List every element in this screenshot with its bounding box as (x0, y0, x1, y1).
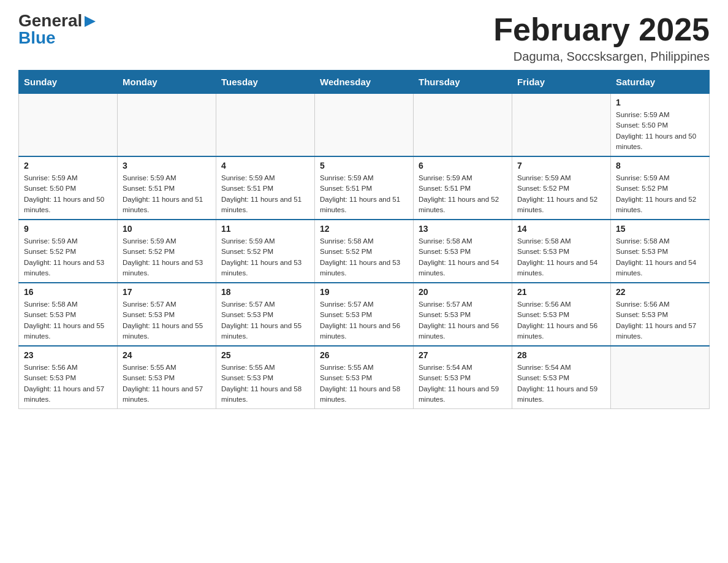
calendar-week-row: 2Sunrise: 5:59 AMSunset: 5:50 PMDaylight… (19, 156, 710, 220)
day-info: Sunrise: 5:58 AMSunset: 5:53 PMDaylight:… (616, 236, 704, 278)
day-info: Sunrise: 5:59 AMSunset: 5:51 PMDaylight:… (221, 173, 309, 215)
day-number: 19 (320, 287, 408, 297)
calendar-cell: 28Sunrise: 5:54 AMSunset: 5:53 PMDayligh… (512, 346, 611, 409)
calendar-header-row: SundayMondayTuesdayWednesdayThursdayFrid… (19, 71, 710, 94)
calendar-cell: 22Sunrise: 5:56 AMSunset: 5:53 PMDayligh… (611, 283, 710, 346)
day-info: Sunrise: 5:59 AMSunset: 5:52 PMDaylight:… (24, 236, 112, 278)
calendar-cell: 23Sunrise: 5:56 AMSunset: 5:53 PMDayligh… (19, 346, 118, 409)
column-header-wednesday: Wednesday (315, 71, 414, 94)
location-text: Daguma, Soccsksargen, Philippines (493, 50, 710, 64)
calendar-cell: 15Sunrise: 5:58 AMSunset: 5:53 PMDayligh… (611, 220, 710, 283)
calendar-cell: 19Sunrise: 5:57 AMSunset: 5:53 PMDayligh… (315, 283, 414, 346)
day-number: 2 (24, 161, 112, 170)
calendar-table: SundayMondayTuesdayWednesdayThursdayFrid… (18, 70, 710, 409)
column-header-tuesday: Tuesday (216, 71, 315, 94)
calendar-week-row: 23Sunrise: 5:56 AMSunset: 5:53 PMDayligh… (19, 346, 710, 409)
day-info: Sunrise: 5:59 AMSunset: 5:52 PMDaylight:… (517, 173, 605, 215)
day-info: Sunrise: 5:59 AMSunset: 5:51 PMDaylight:… (320, 173, 408, 215)
day-number: 10 (123, 224, 211, 234)
day-info: Sunrise: 5:57 AMSunset: 5:53 PMDaylight:… (320, 299, 408, 342)
day-info: Sunrise: 5:58 AMSunset: 5:53 PMDaylight:… (419, 236, 507, 278)
calendar-cell: 12Sunrise: 5:58 AMSunset: 5:52 PMDayligh… (315, 220, 414, 283)
day-info: Sunrise: 5:56 AMSunset: 5:53 PMDaylight:… (24, 362, 112, 405)
day-number: 11 (221, 224, 309, 234)
day-number: 1 (616, 98, 704, 107)
day-number: 12 (320, 224, 408, 234)
day-number: 9 (24, 224, 112, 234)
day-number: 13 (419, 224, 507, 234)
day-info: Sunrise: 5:59 AMSunset: 5:50 PMDaylight:… (616, 110, 704, 152)
calendar-week-row: 9Sunrise: 5:59 AMSunset: 5:52 PMDaylight… (19, 220, 710, 283)
day-info: Sunrise: 5:58 AMSunset: 5:53 PMDaylight:… (517, 236, 605, 278)
day-info: Sunrise: 5:54 AMSunset: 5:53 PMDaylight:… (419, 362, 507, 405)
calendar-cell: 21Sunrise: 5:56 AMSunset: 5:53 PMDayligh… (512, 283, 611, 346)
calendar-cell: 17Sunrise: 5:57 AMSunset: 5:53 PMDayligh… (118, 283, 216, 346)
calendar-week-row: 1Sunrise: 5:59 AMSunset: 5:50 PMDaylight… (19, 94, 710, 157)
day-info: Sunrise: 5:56 AMSunset: 5:53 PMDaylight:… (517, 299, 605, 342)
calendar-cell (315, 94, 414, 157)
column-header-saturday: Saturday (611, 71, 710, 94)
column-header-sunday: Sunday (19, 71, 118, 94)
calendar-cell: 5Sunrise: 5:59 AMSunset: 5:51 PMDaylight… (315, 156, 414, 220)
title-section: February 2025 Daguma, Soccsksargen, Phil… (493, 12, 710, 64)
column-header-friday: Friday (512, 71, 611, 94)
day-number: 14 (517, 224, 605, 234)
calendar-cell: 3Sunrise: 5:59 AMSunset: 5:51 PMDaylight… (118, 156, 216, 220)
calendar-cell (414, 94, 512, 157)
day-info: Sunrise: 5:57 AMSunset: 5:53 PMDaylight:… (419, 299, 507, 342)
day-info: Sunrise: 5:59 AMSunset: 5:52 PMDaylight:… (221, 236, 309, 278)
calendar-cell (118, 94, 216, 157)
logo-blue-text: Blue (18, 29, 56, 47)
calendar-cell: 11Sunrise: 5:59 AMSunset: 5:52 PMDayligh… (216, 220, 315, 283)
day-info: Sunrise: 5:55 AMSunset: 5:53 PMDaylight:… (320, 362, 408, 405)
day-info: Sunrise: 5:58 AMSunset: 5:52 PMDaylight:… (320, 236, 408, 278)
day-number: 28 (517, 350, 605, 360)
day-info: Sunrise: 5:59 AMSunset: 5:50 PMDaylight:… (24, 173, 112, 215)
day-number: 22 (616, 287, 704, 297)
calendar-cell: 16Sunrise: 5:58 AMSunset: 5:53 PMDayligh… (19, 283, 118, 346)
day-number: 15 (616, 224, 704, 234)
day-number: 26 (320, 350, 408, 360)
calendar-cell: 25Sunrise: 5:55 AMSunset: 5:53 PMDayligh… (216, 346, 315, 409)
day-number: 8 (616, 161, 704, 170)
calendar-cell (611, 346, 710, 409)
calendar-cell (216, 94, 315, 157)
day-number: 21 (517, 287, 605, 297)
day-number: 6 (419, 161, 507, 170)
calendar-cell (512, 94, 611, 157)
calendar-cell: 1Sunrise: 5:59 AMSunset: 5:50 PMDaylight… (611, 94, 710, 157)
column-header-monday: Monday (118, 71, 216, 94)
calendar-cell: 14Sunrise: 5:58 AMSunset: 5:53 PMDayligh… (512, 220, 611, 283)
day-number: 17 (123, 287, 211, 297)
calendar-cell: 8Sunrise: 5:59 AMSunset: 5:52 PMDaylight… (611, 156, 710, 220)
day-info: Sunrise: 5:59 AMSunset: 5:51 PMDaylight:… (123, 173, 211, 215)
month-title: February 2025 (493, 12, 710, 47)
calendar-cell: 26Sunrise: 5:55 AMSunset: 5:53 PMDayligh… (315, 346, 414, 409)
calendar-cell: 2Sunrise: 5:59 AMSunset: 5:50 PMDaylight… (19, 156, 118, 220)
day-number: 23 (24, 350, 112, 360)
calendar-cell: 18Sunrise: 5:57 AMSunset: 5:53 PMDayligh… (216, 283, 315, 346)
day-number: 27 (419, 350, 507, 360)
calendar-week-row: 16Sunrise: 5:58 AMSunset: 5:53 PMDayligh… (19, 283, 710, 346)
calendar-cell: 13Sunrise: 5:58 AMSunset: 5:53 PMDayligh… (414, 220, 512, 283)
day-number: 4 (221, 161, 309, 170)
day-info: Sunrise: 5:56 AMSunset: 5:53 PMDaylight:… (616, 299, 704, 342)
day-number: 7 (517, 161, 605, 170)
day-info: Sunrise: 5:58 AMSunset: 5:53 PMDaylight:… (24, 299, 112, 342)
day-number: 18 (221, 287, 309, 297)
calendar-cell (19, 94, 118, 157)
calendar-cell: 7Sunrise: 5:59 AMSunset: 5:52 PMDaylight… (512, 156, 611, 220)
day-number: 20 (419, 287, 507, 297)
day-info: Sunrise: 5:57 AMSunset: 5:53 PMDaylight:… (221, 299, 309, 342)
calendar-cell: 10Sunrise: 5:59 AMSunset: 5:52 PMDayligh… (118, 220, 216, 283)
day-number: 3 (123, 161, 211, 170)
calendar-cell: 24Sunrise: 5:55 AMSunset: 5:53 PMDayligh… (118, 346, 216, 409)
calendar-cell: 20Sunrise: 5:57 AMSunset: 5:53 PMDayligh… (414, 283, 512, 346)
day-info: Sunrise: 5:54 AMSunset: 5:53 PMDaylight:… (517, 362, 605, 405)
day-info: Sunrise: 5:59 AMSunset: 5:52 PMDaylight:… (123, 236, 211, 278)
calendar-cell: 4Sunrise: 5:59 AMSunset: 5:51 PMDaylight… (216, 156, 315, 220)
logo-general-text: General (18, 12, 82, 29)
day-info: Sunrise: 5:55 AMSunset: 5:53 PMDaylight:… (123, 362, 211, 405)
calendar-cell: 6Sunrise: 5:59 AMSunset: 5:51 PMDaylight… (414, 156, 512, 220)
svg-marker-0 (85, 16, 96, 27)
